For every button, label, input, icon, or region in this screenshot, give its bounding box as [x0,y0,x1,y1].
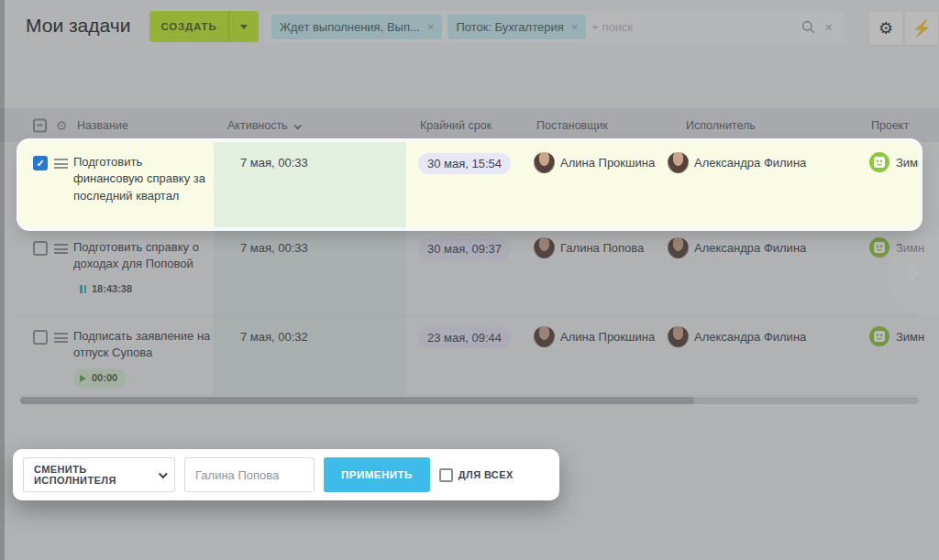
deadline-badge: 30 мая, 15:54 [418,153,511,174]
project-name[interactable]: Зимн [896,156,919,170]
activity-value: 7 мая, 00:33 [240,156,308,170]
group-action-bar: СМЕНИТЬ ИСПОЛНИТЕЛЯ ПРИМЕНИТЬ ДЛЯ ВСЕХ [13,449,559,500]
for-all-checkbox[interactable]: ДЛЯ ВСЕХ [439,468,514,482]
avatar [534,152,555,173]
avatar [668,152,689,173]
drag-handle-icon[interactable] [54,159,68,169]
row-checkbox[interactable]: ✓ [33,156,48,170]
task-title[interactable]: Подготовить финансовую справку за послед… [73,154,213,204]
creator-name[interactable]: Алина Прокшина [560,156,655,170]
activity-column-tint [214,142,406,227]
task-row[interactable]: ✓ Подготовить финансовую справку за посл… [20,142,919,227]
assignee-name[interactable]: Александра Филина [694,156,806,170]
apply-button[interactable]: ПРИМЕНИТЬ [324,457,430,492]
chevron-down-icon [158,469,167,478]
app-window: Мои задачи СОЗДАТЬ Ждет выполнения, Вып.… [0,0,939,560]
checkbox-icon[interactable] [439,468,453,482]
action-select[interactable]: СМЕНИТЬ ИСПОЛНИТЕЛЯ [23,457,175,492]
project-icon [869,152,889,176]
assignee-input[interactable] [184,457,315,492]
